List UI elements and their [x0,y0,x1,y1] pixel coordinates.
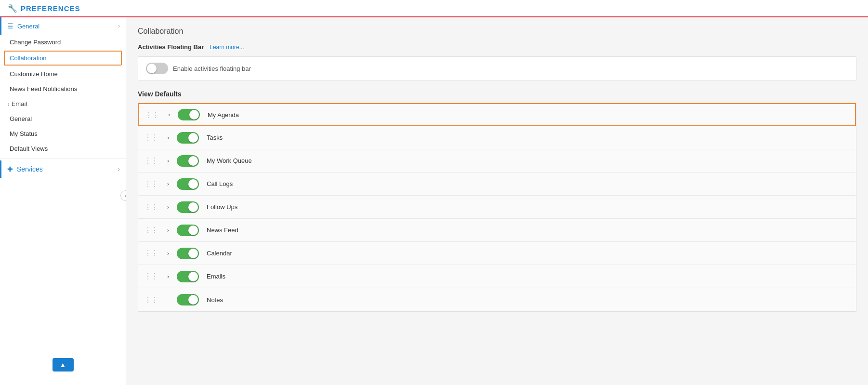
toggle-notes[interactable] [177,294,199,305]
toggle-thumb [147,64,157,73]
sidebar-email-subitems: General My Status Default Views [0,111,126,156]
sidebar-item-general-email[interactable]: General [0,111,126,126]
expand-my-work-queue[interactable]: › [163,156,173,166]
sidebar-item-my-status[interactable]: My Status [0,126,126,141]
toggle-track[interactable] [177,178,199,190]
view-defaults-title: View Defaults [138,90,856,98]
sidebar-item-change-password[interactable]: Change Password [0,35,126,50]
view-row-label-tasks: Tasks [207,134,223,141]
sidebar-collapse-button[interactable]: ‹ [120,190,126,201]
change-password-label: Change Password [10,39,61,46]
content-area: Collaboration Activities Floating Bar Le… [126,17,868,385]
toggle-tasks[interactable] [177,132,199,144]
news-feed-notifications-label: News Feed Notifications [10,85,77,93]
app-title-text: PREFERENCES [21,4,80,13]
view-row-emails: ⋮⋮ › Emails [138,265,856,288]
app-title: 🔧 PREFERENCES [8,4,80,13]
sidebar-item-general[interactable]: ☰ General › [0,17,126,35]
floating-bar-toggle-row: Enable activities floating bar [138,56,856,80]
top-bar: 🔧 PREFERENCES [0,0,868,17]
view-row-call-logs: ⋮⋮ › Call Logs [138,173,856,196]
toggle-thumb [188,226,198,235]
toggle-follow-ups[interactable] [177,201,199,213]
activities-bar-label: Activities Floating Bar [138,43,204,51]
drag-handle-follow-ups[interactable]: ⋮⋮ [144,202,158,212]
sidebar-general-subitems: Change Password Collaboration Customize … [0,35,126,96]
customize-home-label: Customize Home [10,70,58,78]
view-row-my-work-queue: ⋮⋮ › My Work Queue [138,149,856,173]
learn-more-link[interactable]: Learn more... [210,44,244,51]
expand-calendar[interactable]: › [163,249,173,258]
toggle-thumb [189,110,199,119]
toggle-my-work-queue[interactable] [177,155,199,167]
view-row-calendar: ⋮⋮ › Calendar [138,242,856,265]
sidebar-item-customize-home[interactable]: Customize Home [0,66,126,81]
view-row-label-news-feed: News Feed [207,226,238,234]
toggle-track[interactable] [177,201,199,213]
drag-handle-news-feed[interactable]: ⋮⋮ [144,226,158,235]
toggle-calendar[interactable] [177,248,199,259]
expand-emails[interactable]: › [163,272,173,281]
page-title: Collaboration [138,27,856,36]
scroll-up-icon[interactable]: ▲ [53,358,74,372]
expand-follow-ups[interactable]: › [163,202,173,212]
general-email-label: General [10,115,32,122]
view-row-follow-ups: ⋮⋮ › Follow Ups [138,196,856,219]
services-plus-icon: ✚ [7,165,13,173]
view-row-label-follow-ups: Follow Ups [207,203,237,211]
drag-handle-tasks[interactable]: ⋮⋮ [144,133,158,142]
drag-handle-calendar[interactable]: ⋮⋮ [144,249,158,258]
view-row-label-emails: Emails [207,273,225,280]
view-row-news-feed: ⋮⋮ › News Feed [138,219,856,242]
general-icon: ☰ [7,22,13,30]
drag-handle-emails[interactable]: ⋮⋮ [144,272,158,281]
toggle-call-logs[interactable] [177,178,199,190]
services-chevron-icon: › [118,165,120,173]
sidebar: ☰ General › Change Password Collaboratio… [0,17,126,385]
sidebar-divider [0,158,126,159]
toggle-track[interactable] [177,271,199,282]
view-row-notes: ⋮⋮ › Notes [138,288,856,311]
wrench-icon: 🔧 [8,4,18,13]
expand-call-logs[interactable]: › [163,179,173,189]
toggle-thumb [188,295,198,305]
drag-handle-call-logs[interactable]: ⋮⋮ [144,179,158,188]
sidebar-group-email[interactable]: › Email [0,96,126,111]
drag-handle-my-agenda[interactable]: ⋮⋮ [145,110,158,119]
expand-tasks[interactable]: › [163,133,173,143]
toggle-my-agenda[interactable] [178,109,200,120]
toggle-track[interactable] [177,294,199,305]
expand-news-feed[interactable]: › [163,226,173,235]
toggle-track[interactable] [178,109,200,120]
email-group-label: Email [12,100,27,107]
drag-handle-notes[interactable]: ⋮⋮ [144,295,158,305]
drag-handle-my-work-queue[interactable]: ⋮⋮ [144,156,158,165]
toggle-emails[interactable] [177,271,199,282]
toggle-track[interactable] [177,248,199,259]
view-row-label-calendar: Calendar [207,250,232,257]
toggle-thumb [188,249,198,258]
toggle-track[interactable] [177,225,199,236]
toggle-news-feed[interactable] [177,225,199,236]
toggle-thumb [188,179,198,189]
view-rows-container: ⋮⋮ › My Agenda ⋮⋮ › Tasks [138,103,856,312]
enable-floating-bar-label: Enable activities floating bar [173,65,251,72]
sidebar-item-default-views[interactable]: Default Views [0,141,126,156]
toggle-track[interactable] [177,132,199,144]
expand-my-agenda[interactable]: › [164,110,174,119]
main-layout: ☰ General › Change Password Collaboratio… [0,17,868,385]
sidebar-services-label: Services [17,165,43,173]
view-row-label-my-work-queue: My Work Queue [207,157,252,164]
toggle-track[interactable] [177,155,199,167]
email-expand-icon: › [8,101,10,107]
sidebar-item-collaboration[interactable]: Collaboration [4,51,122,66]
enable-floating-bar-toggle[interactable] [146,63,168,74]
chevron-right-icon: › [118,23,120,29]
toggle-track[interactable] [146,63,168,74]
sidebar-item-services[interactable]: ✚ Services › [0,160,126,178]
sidebar-item-news-feed-notifications[interactable]: News Feed Notifications [0,81,126,96]
toggle-thumb [188,156,198,166]
view-row-my-agenda: ⋮⋮ › My Agenda [138,103,856,126]
collaboration-label: Collaboration [10,54,47,62]
view-row-label-my-agenda: My Agenda [208,111,239,119]
